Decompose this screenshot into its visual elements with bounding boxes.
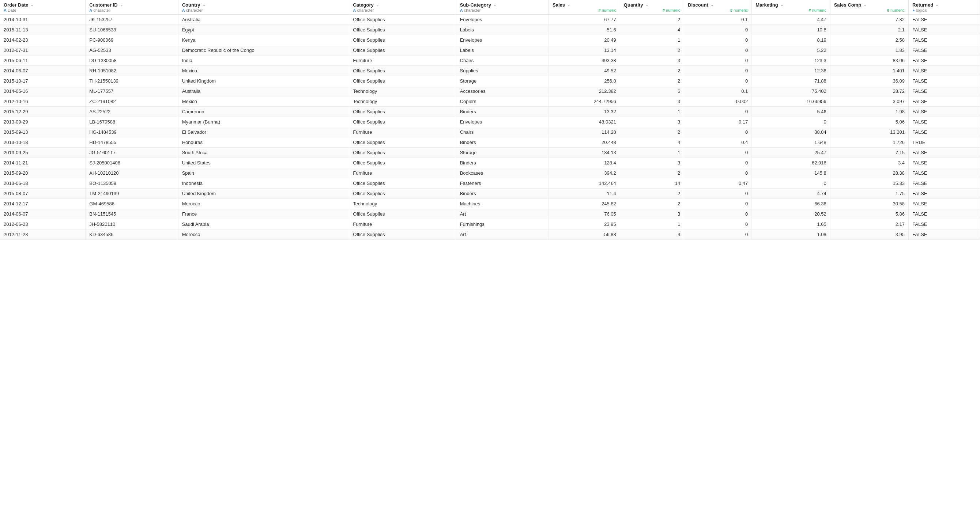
cell-discount: 0.4 [684, 137, 752, 148]
cell-subcategory: Storage [456, 148, 549, 158]
cell-salescomp: 7.15 [830, 148, 908, 158]
cell-orderdate: 2015-10-17 [0, 76, 86, 86]
cell-salescomp: 3.95 [830, 230, 908, 240]
cell-quantity: 1 [620, 107, 684, 117]
cell-marketing: 4.74 [752, 189, 830, 199]
cell-customerid: TH-21550139 [86, 76, 178, 86]
col-subtype-customerid: A character [89, 8, 174, 13]
type-icon-discount: # [730, 8, 732, 13]
cell-quantity: 1 [620, 219, 684, 230]
cell-discount: 0 [684, 168, 752, 178]
cell-returned: FALSE [909, 230, 980, 240]
col-header-sales[interactable]: Sales ⌄ # numeric [549, 0, 620, 14]
cell-country: Mexico [178, 66, 349, 76]
cell-marketing: 5.22 [752, 45, 830, 56]
type-icon-marketing: # [808, 8, 811, 13]
cell-country: France [178, 209, 349, 219]
cell-returned: FALSE [909, 219, 980, 230]
cell-orderdate: 2015-11-13 [0, 25, 86, 35]
col-label-quantity: Quantity [624, 2, 643, 8]
cell-salescomp: 2.17 [830, 219, 908, 230]
col-header-marketing[interactable]: Marketing ⌄ # numeric [752, 0, 830, 14]
table-row: 2015-12-29AS-22522CameroonOffice Supplie… [0, 107, 980, 117]
cell-discount: 0 [684, 209, 752, 219]
sort-icon-country[interactable]: ⌄ [203, 3, 205, 7]
sort-icon-discount[interactable]: ⌄ [711, 3, 713, 7]
cell-marketing: 10.8 [752, 25, 830, 35]
cell-customerid: HD-1478555 [86, 137, 178, 148]
col-subtype-category: A character [353, 8, 452, 13]
cell-country: Mexico [178, 97, 349, 107]
cell-returned: FALSE [909, 189, 980, 199]
cell-returned: FALSE [909, 45, 980, 56]
sort-icon-quantity[interactable]: ⌄ [646, 3, 648, 7]
cell-salescomp: 2.1 [830, 25, 908, 35]
cell-category: Furniture [349, 56, 456, 66]
cell-customerid: AG-52533 [86, 45, 178, 56]
sort-icon-category[interactable]: ⌄ [376, 3, 379, 7]
cell-salescomp: 5.06 [830, 117, 908, 127]
cell-quantity: 6 [620, 86, 684, 97]
col-header-category[interactable]: Category ⌄ A character [349, 0, 456, 14]
cell-marketing: 0 [752, 117, 830, 127]
cell-salescomp: 83.06 [830, 56, 908, 66]
cell-marketing: 5.46 [752, 107, 830, 117]
cell-sales: 56.88 [549, 230, 620, 240]
cell-quantity: 2 [620, 76, 684, 86]
table-row: 2014-10-31JK-153257AustraliaOffice Suppl… [0, 14, 980, 25]
col-label-discount: Discount [688, 2, 708, 8]
sort-icon-returned[interactable]: ⌄ [935, 3, 938, 7]
cell-quantity: 3 [620, 209, 684, 219]
cell-salescomp: 1.726 [830, 137, 908, 148]
sort-icon-subcategory[interactable]: ⌄ [493, 3, 496, 7]
cell-quantity: 2 [620, 66, 684, 76]
col-header-subcategory[interactable]: Sub-Category ⌄ A character [456, 0, 549, 14]
cell-salescomp: 7.32 [830, 14, 908, 25]
col-header-discount[interactable]: Discount ⌄ # numeric [684, 0, 752, 14]
col-header-country[interactable]: Country ⌄ A character [178, 0, 349, 14]
cell-salescomp: 2.58 [830, 35, 908, 45]
col-subtype-returned: ● logical [912, 8, 976, 13]
cell-customerid: BO-1135059 [86, 178, 178, 189]
cell-discount: 0 [684, 45, 752, 56]
sort-icon-sales[interactable]: ⌄ [567, 3, 570, 7]
cell-discount: 0 [684, 76, 752, 86]
col-main-marketing: Marketing ⌄ [756, 2, 826, 8]
col-header-customerid[interactable]: Customer ID ⌄ A character [86, 0, 178, 14]
cell-subcategory: Machines [456, 199, 549, 209]
col-subtype-discount: # numeric [688, 8, 748, 13]
cell-category: Office Supplies [349, 14, 456, 25]
cell-orderdate: 2015-09-13 [0, 127, 86, 137]
type-icon-sales: # [598, 8, 601, 13]
cell-returned: FALSE [909, 127, 980, 137]
cell-discount: 0 [684, 35, 752, 45]
col-header-returned[interactable]: Returned ⌄ ● logical [909, 0, 980, 14]
cell-subcategory: Envelopes [456, 14, 549, 25]
cell-customerid: SU-1066538 [86, 25, 178, 35]
sort-icon-salescomp[interactable]: ⌄ [863, 3, 866, 7]
col-subtype-subcategory: A character [460, 8, 545, 13]
cell-marketing: 38.84 [752, 127, 830, 137]
cell-quantity: 3 [620, 97, 684, 107]
col-main-quantity: Quantity ⌄ [624, 2, 680, 8]
col-header-salescomp[interactable]: Sales Comp ⌄ # numeric [830, 0, 908, 14]
type-icon-country: A [182, 8, 185, 13]
sort-icon-customerid[interactable]: ⌄ [120, 3, 123, 7]
table-row: 2015-06-11DG-1330058IndiaFurnitureChairs… [0, 56, 980, 66]
cell-salescomp: 28.38 [830, 168, 908, 178]
cell-discount: 0.47 [684, 178, 752, 189]
cell-category: Office Supplies [349, 189, 456, 199]
type-icon-returned: ● [912, 8, 915, 13]
sort-icon-orderdate[interactable]: ⌄ [30, 3, 33, 7]
sort-icon-marketing[interactable]: ⌄ [780, 3, 783, 7]
data-table: Order Date ⌄ A Date Customer ID ⌄ A char… [0, 0, 980, 240]
cell-discount: 0 [684, 219, 752, 230]
cell-sales: 493.38 [549, 56, 620, 66]
col-header-orderdate[interactable]: Order Date ⌄ A Date [0, 0, 86, 14]
cell-quantity: 4 [620, 25, 684, 35]
cell-subcategory: Fasteners [456, 178, 549, 189]
cell-salescomp: 5.86 [830, 209, 908, 219]
cell-returned: FALSE [909, 35, 980, 45]
col-header-quantity[interactable]: Quantity ⌄ # numeric [620, 0, 684, 14]
cell-category: Office Supplies [349, 35, 456, 45]
